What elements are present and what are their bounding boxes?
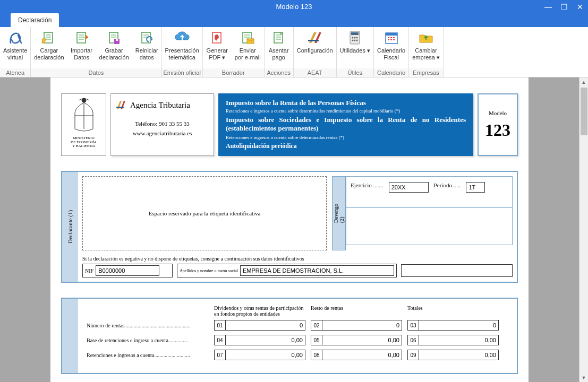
razon-cell: Apellidos y nombre o razón social bbox=[177, 264, 397, 277]
pdf-label: Generar PDF ▾ bbox=[207, 47, 228, 60]
impuesto-sub2: Retenciones e ingresos a cuenta sobre de… bbox=[226, 135, 466, 140]
cell-05-num: 05 bbox=[311, 335, 322, 345]
ejercicio-input[interactable] bbox=[389, 182, 429, 193]
periodo-input[interactable] bbox=[466, 182, 485, 193]
email-icon bbox=[239, 29, 256, 46]
grabar-declaracion-button[interactable]: Grabar declaración bbox=[96, 27, 132, 68]
cell-03-num: 03 bbox=[407, 320, 419, 331]
group-acciones-label: Acciones bbox=[265, 68, 293, 77]
grabar-label: Grabar declaración bbox=[99, 47, 129, 60]
minimize-button[interactable]: — bbox=[540, 0, 556, 13]
escudo-icon bbox=[71, 97, 97, 134]
calendario-fiscal-button[interactable]: Calendario Fiscal bbox=[374, 27, 408, 68]
group-borrador-label: Borrador bbox=[203, 68, 264, 77]
cell-02-input[interactable] bbox=[322, 320, 402, 331]
col3-head: Totales bbox=[407, 305, 504, 317]
agencia-title-text: Agencia Tributaria bbox=[130, 101, 190, 110]
svg-point-15 bbox=[356, 37, 358, 39]
document-viewport[interactable]: MINISTERIO DE ECONOMÍA Y HACIENDA Agenci… bbox=[0, 77, 579, 382]
periodo-label: Período...... bbox=[434, 182, 461, 188]
cambiar-empresa-button[interactable]: Cambiar empresa ▾ bbox=[409, 27, 443, 68]
ministerio-text: MINISTERIO DE ECONOMÍA Y HACIENDA bbox=[71, 136, 97, 149]
razon-label: Apellidos y nombre o razón social bbox=[180, 268, 238, 273]
col1-head: Dividendos y otras rentas de participaci… bbox=[214, 305, 311, 317]
col2-head: Resto de rentas bbox=[311, 305, 407, 317]
form-page: MINISTERIO DE ECONOMÍA Y HACIENDA Agenci… bbox=[50, 77, 529, 382]
etiqueta-box: Espacio reservado para la etiqueta ident… bbox=[82, 176, 327, 250]
folder-open-icon bbox=[40, 29, 57, 46]
group-aeat-label: AEAT bbox=[294, 68, 336, 77]
devengo-label: Devengo (2) bbox=[332, 176, 346, 250]
tab-declaracion[interactable]: Declaración bbox=[11, 13, 59, 27]
extra-cell bbox=[401, 264, 513, 277]
nif-input[interactable] bbox=[96, 265, 159, 276]
aeat-logo-icon bbox=[306, 29, 323, 46]
liquidacion-section: Dividendos y otras rentas de participaci… bbox=[61, 298, 518, 374]
etiqueta-text: Espacio reservado para la etiqueta ident… bbox=[148, 210, 260, 216]
cell-04-input[interactable] bbox=[226, 335, 305, 345]
svg-point-18 bbox=[356, 40, 358, 41]
agencia-box: Agencia Tributaria Teléfono: 901 33 55 3… bbox=[110, 93, 214, 156]
cell-07-num: 07 bbox=[214, 350, 226, 360]
cell-07-input[interactable] bbox=[226, 350, 305, 360]
impuesto-h1b: Impuesto sobre Sociedades e Impuesto sob… bbox=[226, 116, 466, 133]
asentar-label: Asentar pago bbox=[269, 47, 289, 60]
maximize-button[interactable]: ❐ bbox=[556, 0, 572, 13]
declarante-label: Declarante (1) bbox=[62, 172, 78, 282]
tabstrip: Declaración bbox=[0, 13, 588, 27]
presentacion-telematica-button[interactable]: Presentación telemática bbox=[162, 27, 202, 68]
vertical-scrollbar[interactable]: ▲ ▼ bbox=[579, 77, 588, 382]
reiniciar-datos-button[interactable]: Reiniciar datos bbox=[132, 27, 161, 68]
cell-02-num: 02 bbox=[311, 320, 322, 331]
scroll-thumb[interactable] bbox=[581, 88, 587, 135]
enviar-email-button[interactable]: Enviar por e-mail bbox=[232, 27, 264, 68]
nif-cell: NIF bbox=[82, 264, 173, 277]
ejercicio-label: Ejercicio ....... bbox=[351, 182, 384, 188]
row2-label: Base de retenciones e ingreso a cuenta..… bbox=[87, 337, 214, 343]
asentar-pago-button[interactable]: Asentar pago bbox=[265, 27, 293, 68]
save-icon bbox=[106, 29, 123, 46]
cell-05-input[interactable] bbox=[322, 335, 402, 345]
titlebar: Modelo 123 — ❐ ✕ bbox=[0, 0, 588, 13]
asistente-virtual-button[interactable]: Asistente virtual bbox=[0, 27, 30, 68]
cell-06-input[interactable] bbox=[419, 335, 499, 345]
cell-08-num: 08 bbox=[311, 350, 322, 360]
group-calendario-label: Calendario bbox=[374, 68, 408, 77]
svg-rect-20 bbox=[386, 33, 397, 36]
configuracion-button[interactable]: Configuración bbox=[294, 27, 336, 68]
declarante-section: Declarante (1) Espacio reservado para la… bbox=[61, 171, 518, 283]
importar-datos-button[interactable]: Importar Datos bbox=[67, 27, 96, 68]
cell-09-input[interactable] bbox=[419, 350, 499, 360]
negativa-note: Si la declaración es negativa y no dispo… bbox=[82, 256, 513, 262]
impuesto-sub1: Retenciones e ingresos a cuenta sobre de… bbox=[226, 108, 466, 114]
scroll-up-arrow[interactable]: ▲ bbox=[580, 77, 588, 86]
group-utiles-label: Útiles bbox=[337, 68, 373, 77]
svg-point-16 bbox=[352, 40, 354, 41]
utilidades-button[interactable]: Utilidades ▾ bbox=[337, 27, 373, 68]
cell-08-input[interactable] bbox=[322, 350, 402, 360]
svg-rect-4 bbox=[116, 39, 118, 41]
impuesto-box: Impuesto sobre la Renta de las Personas … bbox=[218, 93, 473, 156]
row-numero-rentas: Número de rentas........................… bbox=[87, 320, 508, 331]
cell-06-num: 06 bbox=[407, 335, 419, 345]
razon-input[interactable] bbox=[240, 265, 394, 276]
config-label: Configuración bbox=[297, 47, 333, 54]
group-emision-label: Emisión oficial bbox=[162, 68, 202, 77]
impuesto-auto: Autoliquidación periódica bbox=[226, 142, 466, 150]
cargar-declaracion-button[interactable]: Cargar declaración bbox=[31, 27, 67, 68]
agencia-tel: Teléfono: 901 33 55 33 bbox=[115, 120, 209, 127]
group-empresas-label: Empresas bbox=[409, 68, 443, 77]
folder-up-icon bbox=[417, 29, 434, 46]
generar-pdf-button[interactable]: Generar PDF ▾ bbox=[203, 27, 232, 68]
close-button[interactable]: ✕ bbox=[572, 0, 588, 13]
modelo-label: Modelo bbox=[489, 110, 507, 116]
scroll-down-arrow[interactable]: ▼ bbox=[580, 373, 588, 382]
row1-label: Número de rentas........................… bbox=[87, 323, 214, 328]
row-base-retenciones: Base de retenciones e ingreso a cuenta..… bbox=[87, 335, 508, 345]
nif-label: NIF bbox=[85, 268, 93, 274]
svg-point-13 bbox=[352, 37, 354, 39]
refresh-icon bbox=[138, 29, 155, 46]
cell-03-input[interactable] bbox=[419, 320, 499, 331]
svg-rect-1 bbox=[77, 32, 86, 43]
cell-01-input[interactable] bbox=[226, 320, 305, 331]
